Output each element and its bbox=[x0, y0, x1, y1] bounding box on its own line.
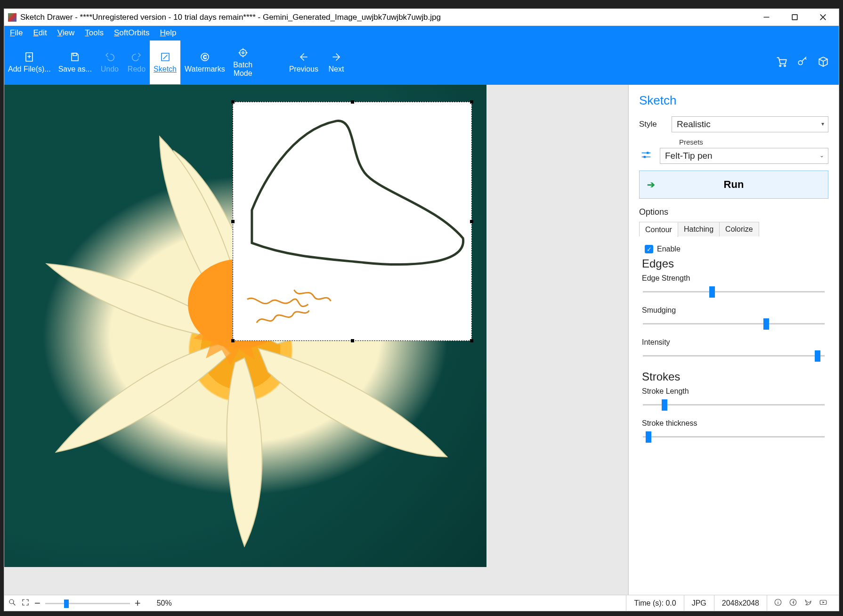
menu-file[interactable]: File bbox=[10, 28, 23, 38]
smudging-slider[interactable] bbox=[643, 318, 825, 330]
package-icon[interactable] bbox=[817, 55, 829, 70]
menu-view[interactable]: View bbox=[57, 28, 75, 38]
redo-button[interactable]: Redo bbox=[124, 40, 149, 85]
titlebar: Sketch Drawer - ****Unregistered version… bbox=[4, 9, 839, 26]
menu-tools[interactable]: Tools bbox=[85, 28, 104, 38]
previous-icon bbox=[298, 51, 309, 63]
undo-button[interactable]: Undo bbox=[96, 40, 124, 85]
next-label: Next bbox=[328, 65, 344, 73]
enable-checkbox[interactable]: ✓ Enable bbox=[645, 245, 827, 253]
svg-line-27 bbox=[13, 604, 15, 606]
presets-value: Felt-Tip pen bbox=[665, 151, 713, 161]
next-icon bbox=[331, 51, 342, 63]
svg-rect-7 bbox=[73, 53, 77, 56]
check-icon: ✓ bbox=[645, 245, 653, 253]
zoom-in-button[interactable]: + bbox=[135, 597, 141, 609]
key-icon[interactable] bbox=[796, 55, 809, 70]
workspace: Sketch Style Realistic ▾ Presets Felt-Ti… bbox=[4, 85, 839, 595]
watermarks-label: Watermarks bbox=[185, 65, 225, 73]
canvas-area[interactable] bbox=[4, 85, 628, 595]
presets-label: Presets bbox=[679, 138, 828, 146]
youtube-icon[interactable] bbox=[819, 598, 827, 608]
presets-combo[interactable]: Felt-Tip pen ⌄ bbox=[660, 148, 828, 164]
undo-icon bbox=[104, 51, 115, 63]
next-button[interactable]: Next bbox=[322, 40, 350, 85]
watermarks-icon: C bbox=[199, 51, 211, 63]
cart-icon[interactable] bbox=[776, 55, 788, 70]
previous-label: Previous bbox=[289, 65, 318, 73]
intensity-slider[interactable] bbox=[643, 350, 825, 362]
enable-label: Enable bbox=[657, 245, 681, 253]
edges-heading: Edges bbox=[642, 257, 827, 270]
options-label: Options bbox=[639, 207, 828, 217]
batch-mode-button[interactable]: Batch Mode bbox=[229, 40, 257, 85]
style-combo[interactable]: Realistic ▾ bbox=[672, 116, 828, 132]
svg-point-30 bbox=[778, 600, 778, 601]
strokes-heading: Strokes bbox=[642, 370, 827, 383]
facebook-icon[interactable] bbox=[789, 598, 797, 608]
twitter-icon[interactable] bbox=[804, 598, 812, 608]
maximize-button[interactable] bbox=[780, 9, 809, 26]
tab-contour[interactable]: Contour bbox=[640, 223, 678, 237]
side-panel: Sketch Style Realistic ▾ Presets Felt-Ti… bbox=[628, 85, 839, 595]
svg-point-11 bbox=[240, 49, 246, 56]
style-label: Style bbox=[639, 120, 665, 129]
svg-point-26 bbox=[9, 600, 14, 604]
menu-edit[interactable]: Edit bbox=[33, 28, 47, 38]
svg-point-19 bbox=[779, 65, 781, 66]
close-button[interactable] bbox=[809, 9, 837, 26]
tab-body-contour: ✓ Enable Edges Edge Strength Smudging In… bbox=[639, 236, 828, 453]
window-title: Sketch Drawer - ****Unregistered version… bbox=[20, 13, 752, 22]
svg-rect-23 bbox=[647, 152, 648, 154]
add-files-label: Add File(s)... bbox=[8, 65, 51, 73]
options-tabs: Contour Hatching Colorize bbox=[639, 222, 759, 236]
run-label: Run bbox=[724, 178, 744, 191]
zoom-slider[interactable] bbox=[45, 599, 130, 608]
save-icon bbox=[69, 51, 81, 63]
batch-label-2: Mode bbox=[234, 69, 252, 78]
redo-icon bbox=[131, 51, 142, 63]
stroke-thickness-label: Stroke thickness bbox=[642, 419, 827, 428]
tab-hatching[interactable]: Hatching bbox=[678, 222, 720, 236]
undo-label: Undo bbox=[101, 65, 119, 73]
stroke-length-slider[interactable] bbox=[643, 399, 825, 411]
sketch-tab-button[interactable]: Sketch bbox=[149, 40, 181, 85]
smudging-label: Smudging bbox=[642, 306, 827, 315]
app-window: Sketch Drawer - ****Unregistered version… bbox=[4, 8, 839, 611]
svg-text:C: C bbox=[203, 55, 206, 60]
minimize-button[interactable] bbox=[752, 9, 780, 26]
stroke-thickness-slider[interactable] bbox=[643, 431, 825, 443]
batch-label-1: Batch bbox=[233, 61, 252, 69]
run-button[interactable]: ➔ Run bbox=[639, 170, 828, 199]
ribbon: Add File(s)... Save as... Undo Redo Sket… bbox=[4, 40, 839, 85]
batch-icon bbox=[237, 47, 249, 59]
chevron-down-icon: ⌄ bbox=[819, 152, 824, 159]
preview-selection[interactable] bbox=[233, 102, 472, 341]
presets-settings-icon[interactable] bbox=[639, 149, 653, 163]
run-arrow-icon: ➔ bbox=[647, 179, 655, 190]
statusbar: − + 50% Time (s): 0.0 JPG 2048x2048 bbox=[4, 595, 839, 611]
stroke-length-label: Stroke Length bbox=[642, 387, 827, 396]
zoom-tool-icon[interactable] bbox=[8, 598, 16, 608]
edge-strength-label: Edge Strength bbox=[642, 274, 827, 283]
add-file-icon bbox=[24, 51, 35, 63]
style-value: Realistic bbox=[677, 119, 711, 130]
save-as-button[interactable]: Save as... bbox=[55, 40, 96, 85]
previous-button[interactable]: Previous bbox=[285, 40, 322, 85]
panel-title: Sketch bbox=[639, 93, 828, 108]
info-icon[interactable] bbox=[774, 598, 782, 608]
svg-rect-1 bbox=[792, 15, 797, 20]
fit-screen-icon[interactable] bbox=[21, 598, 30, 608]
status-time: Time (s): 0.0 bbox=[626, 595, 683, 611]
menu-help[interactable]: Help bbox=[160, 28, 177, 38]
zoom-out-button[interactable]: − bbox=[34, 597, 41, 609]
tab-colorize[interactable]: Colorize bbox=[720, 222, 759, 236]
add-files-button[interactable]: Add File(s)... bbox=[4, 40, 55, 85]
svg-point-12 bbox=[242, 52, 244, 54]
sketch-tab-label: Sketch bbox=[154, 65, 177, 73]
status-dimensions: 2048x2048 bbox=[714, 595, 767, 611]
edge-strength-slider[interactable] bbox=[643, 286, 825, 298]
watermarks-button[interactable]: C Watermarks bbox=[181, 40, 229, 85]
save-as-label: Save as... bbox=[58, 65, 92, 73]
menu-softorbits[interactable]: SoftOrbits bbox=[114, 28, 150, 38]
